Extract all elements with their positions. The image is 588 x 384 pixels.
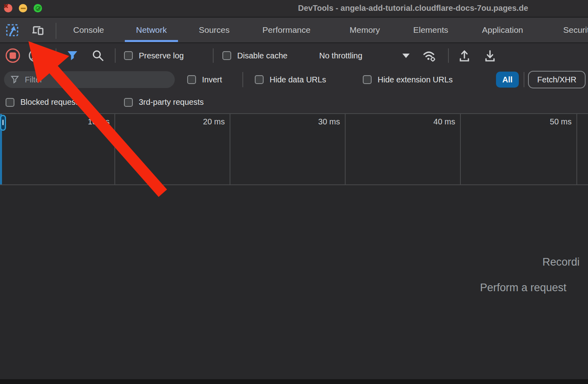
close-window-button[interactable] — [4, 4, 12, 12]
timeline-tick-label: 50 ms — [532, 117, 572, 126]
search-button[interactable] — [90, 48, 106, 63]
toolbar-separator — [115, 48, 116, 63]
checkbox-box[interactable] — [255, 75, 264, 84]
tab-performance[interactable]: Performance — [262, 18, 310, 42]
device-toolbar-icon — [32, 24, 44, 37]
tab-memory[interactable]: Memory — [350, 18, 380, 42]
filter-field[interactable] — [4, 71, 175, 88]
hide-data-urls-checkbox[interactable]: Hide data URLs — [255, 68, 326, 91]
timeline-gridline — [345, 114, 346, 184]
throttling-dropdown[interactable]: No throttling — [319, 43, 362, 68]
timeline-tick-label: 20 ms — [185, 117, 225, 126]
timeline-gridline — [576, 114, 577, 184]
timeline-tick-label: 30 ms — [300, 117, 340, 126]
toolbar-separator — [242, 72, 243, 87]
timeline-tick-label: 40 ms — [415, 117, 455, 126]
chevron-down-icon[interactable] — [402, 54, 410, 58]
window-titlebar: DevTools - angela-add-tutorial.cloudflar… — [0, 0, 588, 18]
tab-sources[interactable]: Sources — [199, 18, 230, 42]
network-filter-bar: Invert Hide data URLs Hide extension URL… — [0, 68, 588, 91]
funnel-icon — [66, 50, 78, 62]
timeline-gridline — [230, 114, 230, 184]
empty-state-hint-text: Perform a request — [480, 282, 566, 294]
checkbox-box[interactable] — [124, 98, 133, 107]
network-conditions-button[interactable] — [422, 48, 437, 63]
clear-icon — [29, 49, 42, 62]
timeline-tick-label: 10 ms — [70, 117, 110, 126]
import-har-button[interactable] — [457, 48, 472, 63]
toolbar-separator — [524, 72, 524, 87]
minimize-window-button[interactable] — [19, 4, 27, 12]
tab-security[interactable]: Security — [563, 18, 588, 42]
checkbox-box[interactable] — [6, 98, 14, 107]
toolbar-separator — [56, 48, 56, 63]
no-entry-icon — [36, 6, 40, 11]
third-party-requests-checkbox[interactable]: 3rd-party requests — [124, 91, 204, 113]
toolbar-separator — [56, 23, 56, 39]
overview-resize-handle[interactable] — [0, 115, 6, 131]
timeline-gridline — [460, 114, 461, 184]
hide-extension-urls-checkbox[interactable]: Hide extension URLs — [363, 68, 453, 91]
window-title: DevTools - angela-add-tutorial.cloudflar… — [298, 4, 528, 13]
export-har-button[interactable] — [482, 48, 498, 63]
blocked-requests-checkbox[interactable]: Blocked requests — [6, 91, 82, 113]
network-overview-timeline: 10 ms 20 ms 30 ms 40 ms 50 ms — [0, 113, 588, 185]
empty-state-recording-text: Recordi — [542, 256, 580, 268]
search-icon — [92, 49, 104, 62]
disable-cache-checkbox[interactable]: Disable cache — [222, 43, 288, 68]
timeline-gridline — [114, 114, 115, 184]
download-icon — [484, 49, 496, 62]
filter-input[interactable] — [24, 75, 168, 85]
filter-toggle-button[interactable] — [65, 48, 80, 63]
checkbox-box[interactable] — [124, 51, 133, 60]
record-network-log-button[interactable] — [5, 48, 20, 63]
devtools-tabbar: Console Network Sources Performance Memo… — [0, 18, 588, 43]
toolbar-separator — [448, 48, 449, 63]
network-toolbar: Preserve log Disable cache No throttling — [0, 43, 588, 68]
close-icon — [4, 4, 8, 8]
tab-network[interactable]: Network — [136, 18, 167, 42]
tab-application[interactable]: Application — [482, 18, 523, 42]
zoom-window-button[interactable] — [34, 4, 42, 12]
more-filters-row: Blocked requests 3rd-party requests — [0, 91, 588, 113]
tab-console[interactable]: Console — [73, 18, 104, 42]
devtools-window: DevTools - angela-add-tutorial.cloudflar… — [0, 0, 588, 384]
funnel-icon — [10, 75, 19, 84]
toolbar-separator — [213, 48, 214, 63]
wifi-gear-icon — [422, 49, 437, 62]
invert-checkbox[interactable]: Invert — [187, 68, 222, 91]
tab-elements[interactable]: Elements — [413, 18, 448, 42]
toggle-device-toolbar-button[interactable] — [30, 23, 46, 38]
inspect-cursor-icon — [6, 24, 19, 37]
clear-network-log-button[interactable] — [28, 48, 43, 63]
checkbox-box[interactable] — [187, 75, 196, 84]
preserve-log-checkbox[interactable]: Preserve log — [124, 43, 184, 68]
request-type-all-button[interactable]: All — [496, 72, 519, 88]
request-type-fetch-xhr-button[interactable]: Fetch/XHR — [528, 71, 586, 88]
upload-icon — [458, 49, 471, 62]
checkbox-box[interactable] — [222, 51, 231, 60]
checkbox-box[interactable] — [363, 75, 372, 84]
record-stop-icon — [6, 48, 20, 63]
minimize-icon — [21, 8, 26, 9]
inspect-element-button[interactable] — [5, 23, 20, 38]
window-bottom-edge — [0, 379, 588, 384]
